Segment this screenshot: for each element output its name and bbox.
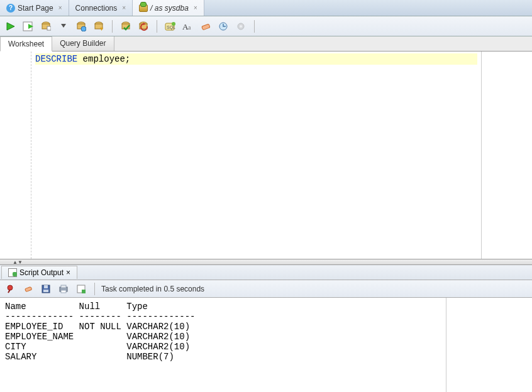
sql-history-icon[interactable] [216,19,230,33]
svg-text:a: a [188,24,191,31]
dropdown-icon[interactable] [57,19,70,33]
close-icon[interactable]: × [194,4,197,11]
explain-plan-icon[interactable] [39,19,53,33]
svg-rect-29 [25,286,32,291]
toolbar-separator [94,283,95,295]
tab-connections[interactable]: Connections × [69,0,133,16]
unshared-sql-icon[interactable]: SQL [163,19,177,33]
svg-point-20 [172,22,175,26]
worksheet-tab-strip: Worksheet Query Builder [0,36,532,52]
editor-area: DESCRIBE employee; [0,52,532,259]
fetch-icon[interactable] [74,282,88,296]
script-output-icon [8,268,17,277]
output-text[interactable]: Name Null Type ------------- -------- --… [0,298,446,392]
svg-marker-0 [7,23,14,30]
sql-connection-icon [139,4,148,13]
tab-label: Query Builder [60,39,106,48]
svg-rect-31 [44,285,48,288]
pane-splitter[interactable]: ▲▼ [0,259,532,265]
svg-rect-37 [82,290,86,293]
top-tab-strip: ? Start Page × Connections × / as sysdba… [0,0,532,16]
print-icon[interactable] [57,282,70,296]
save-icon[interactable] [39,282,53,296]
tab-label: Worksheet [8,40,44,48]
clear-icon[interactable] [199,19,213,33]
commit-icon[interactable] [119,19,133,33]
tab-session[interactable]: / as sysdba × [133,0,204,16]
run-script-icon[interactable] [21,19,35,33]
pin-icon[interactable] [4,282,18,296]
status-message: Task completed in 0.5 seconds [101,285,204,293]
rollback-icon[interactable] [136,19,150,33]
settings-icon[interactable] [234,19,248,33]
main-toolbar: SQL Aa [0,16,532,36]
tab-query-builder[interactable]: Query Builder [52,36,114,51]
tab-script-output[interactable]: Script Output × [1,266,77,279]
output-tab-strip: Script Output × [0,265,532,280]
svg-marker-6 [61,24,66,28]
line-gutter [0,52,31,259]
tab-label: / as sysdba [150,4,189,13]
tab-start-page[interactable]: ? Start Page × [0,0,69,16]
clear-output-icon[interactable] [21,282,35,296]
to-upper-icon[interactable]: Aa [181,19,195,33]
keyword: DESCRIBE [35,54,77,64]
svg-line-28 [8,290,10,293]
sql-tuning-icon[interactable] [92,19,106,33]
run-icon[interactable] [4,19,18,33]
svg-rect-23 [202,24,210,30]
tab-label: Start Page [18,4,53,13]
svg-rect-34 [61,285,66,288]
toolbar-separator [112,20,113,33]
toolbar-separator [254,20,255,33]
editor-line: DESCRIBE employee; [35,53,477,65]
svg-point-27 [8,285,13,290]
tab-label: Script Output [19,268,64,277]
help-icon: ? [6,4,15,13]
svg-rect-32 [43,290,48,292]
svg-rect-35 [61,290,66,293]
sql-editor[interactable]: DESCRIBE employee; [31,52,482,259]
code-rest: employee; [77,54,130,64]
svg-text:SQL: SQL [167,25,175,30]
output-toolbar: Task completed in 0.5 seconds [0,280,532,298]
close-icon[interactable]: × [58,4,62,11]
svg-rect-5 [47,26,51,30]
tab-label: Connections [75,4,118,13]
svg-point-26 [240,25,242,28]
svg-point-9 [81,26,86,31]
output-body: Name Null Type ------------- -------- --… [0,298,532,392]
tab-worksheet[interactable]: Worksheet [0,36,52,52]
close-icon[interactable]: × [66,268,70,277]
toolbar-separator [157,20,157,33]
autotrace-icon[interactable] [74,19,88,33]
close-icon[interactable]: × [122,4,126,11]
